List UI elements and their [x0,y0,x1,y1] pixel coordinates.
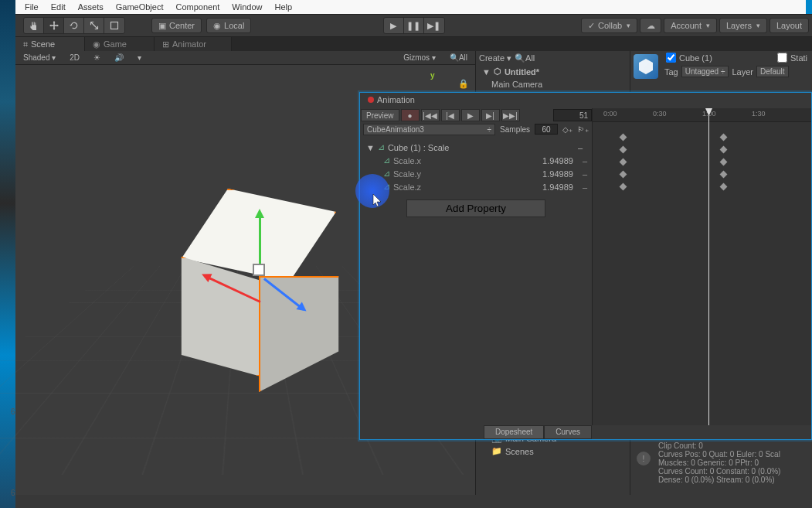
y-axis-handle[interactable] [259,212,261,266]
toolbar: ▣ Center ◉ Local ▶ ❚❚ ▶❚ ✓ Collab ☁ Acco… [15,14,812,37]
timeline[interactable]: 0:00 0:30 1:00 1:30 [592,108,811,425]
tab-animator[interactable]: ⊞ Animator [155,37,232,51]
property-menu[interactable]: – [583,169,587,179]
play-button[interactable]: ▶ [461,109,480,121]
rect-tool[interactable] [104,18,124,33]
tag-dropdown[interactable]: Untagged ÷ [681,66,729,77]
layout-label: Layout [776,21,802,30]
rotation-label: Local [224,21,244,30]
scale-tool[interactable] [84,18,104,33]
move-tool[interactable] [44,18,64,33]
keyframe[interactable] [620,146,627,154]
light-toggle[interactable]: ☀ [89,53,105,62]
static-checkbox[interactable] [777,53,787,63]
property-group[interactable]: ▼ ⊿ Cube (1) : Scale – [360,141,592,154]
layers-dropdown[interactable]: Layers [719,18,767,33]
frame-input[interactable] [553,109,592,121]
hierarchy-item[interactable]: Main Camera [476,78,630,90]
active-checkbox[interactable] [666,53,676,63]
create-dropdown[interactable]: Create ▾ [479,53,511,63]
scene-icon: ⌗ [23,39,28,49]
account-dropdown[interactable]: Account [664,18,717,33]
cloud-button[interactable]: ☁ [640,18,661,33]
property-menu[interactable]: – [583,182,587,192]
property-value[interactable]: 1.94989 [542,182,573,192]
add-keyframe-icon[interactable]: ◇₊ [562,125,572,134]
samples-input[interactable] [535,124,558,135]
curves-tab[interactable]: Curves [544,425,592,439]
foldout-icon[interactable]: ▼ [366,143,375,152]
foldout-icon[interactable]: ▼ [482,67,491,77]
menu-file[interactable]: File [19,1,45,13]
shaded-dropdown[interactable]: Shaded ▾ [19,53,60,62]
menu-gameobject[interactable]: GameObject [110,1,170,13]
property-menu[interactable]: – [578,143,583,152]
2d-toggle[interactable]: 2D [65,53,84,62]
menu-edit[interactable]: Edit [45,1,72,13]
rotate-tool[interactable] [64,18,84,33]
keyframe[interactable] [620,171,627,179]
animation-tab[interactable]: Animation [360,93,423,107]
preview-toggle[interactable]: Preview [361,109,399,121]
collab-dropdown[interactable]: ✓ Collab [581,18,637,33]
keyframe[interactable] [620,183,627,191]
layout-dropdown[interactable]: Layout [770,18,809,33]
property-name: Scale.y [393,169,421,179]
last-frame-button[interactable]: ▶▶| [501,109,520,121]
stat-line: Dense: 0 (0.0%) Stream: 0 (0.0%) [658,476,806,484]
tab-scene[interactable]: ⌗ Scene [15,37,85,51]
object-name[interactable]: Cube (1) [679,53,774,63]
svg-rect-0 [111,22,118,29]
layer-dropdown[interactable]: Default [756,66,789,77]
keyframe[interactable] [620,134,627,141]
audio-toggle[interactable]: 🔊 [110,53,128,62]
property-value[interactable]: 1.94989 [542,156,573,165]
cursor-icon [372,193,383,210]
prev-frame-button[interactable]: |◀ [441,109,460,121]
menu-help[interactable]: Help [268,1,298,13]
object-icon[interactable] [634,54,658,79]
keyframe[interactable] [720,134,728,141]
hierarchy-root[interactable]: ▼ ⬡ Untitled* [476,65,630,78]
add-event-icon[interactable]: 🏳₊ [577,125,589,134]
add-property-button[interactable]: Add Property [406,199,545,217]
step-button[interactable]: ▶❚ [424,18,444,33]
property-row[interactable]: ⊿ Scale.x 1.94989 – [360,154,592,167]
tab-game[interactable]: ◉ Game [85,37,155,51]
clip-dropdown[interactable]: CubeAnimation3÷ [363,124,495,135]
gizmo-center[interactable] [253,264,265,276]
hand-tool[interactable] [24,18,44,33]
property-value[interactable]: 1.94989 [542,169,573,179]
property-menu[interactable]: – [583,156,587,165]
rotation-toggle[interactable]: ◉ Local [206,18,251,33]
local-icon: ◉ [213,21,221,31]
gizmos-dropdown[interactable]: Gizmos ▾ [399,53,440,62]
menu-component[interactable]: Component [169,1,226,13]
dopesheet-tab[interactable]: Dopesheet [484,425,544,439]
scene-search[interactable]: 🔍All [445,53,472,62]
next-frame-button[interactable]: ▶| [481,109,500,121]
record-button[interactable]: ● [401,109,420,121]
keyframe[interactable] [720,183,728,191]
pivot-toggle[interactable]: ▣ Center [151,18,202,33]
keyframe[interactable] [720,146,728,154]
property-row[interactable]: ⊿ Scale.y 1.94989 – [360,167,592,180]
property-group-label: Cube (1) : Scale [388,143,449,152]
property-row[interactable]: ⊿ Scale.z 1.94989 – [360,180,592,193]
fx-toggle[interactable]: ▾ [133,53,146,62]
first-frame-button[interactable]: |◀◀ [421,109,440,121]
hierarchy-search[interactable]: 🔍All [515,53,535,63]
menu-window[interactable]: Window [226,1,268,13]
playhead[interactable] [708,108,709,425]
menu-assets[interactable]: Assets [72,1,110,13]
keyframe[interactable] [720,159,728,166]
play-button[interactable]: ▶ [384,18,404,33]
hierarchy-item[interactable]: 📁 Scenes [476,445,630,458]
timeline-ruler[interactable]: 0:00 0:30 1:00 1:30 [593,108,811,122]
animation-tab-label: Animation [377,95,415,104]
cube-object[interactable] [155,189,355,390]
lock-icon[interactable]: 🔒 [458,79,469,89]
keyframe[interactable] [620,159,627,166]
pause-button[interactable]: ❚❚ [404,18,424,33]
keyframe[interactable] [720,171,728,179]
